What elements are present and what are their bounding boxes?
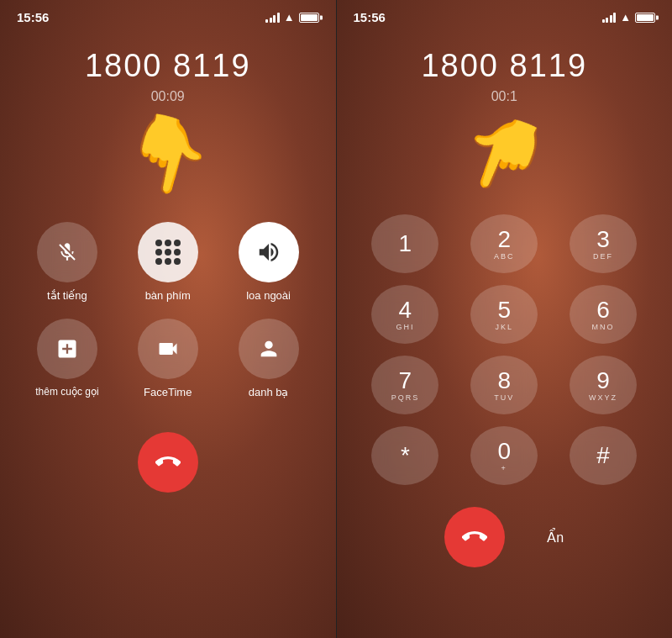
keypad-control[interactable]: bàn phím: [126, 222, 210, 302]
right-time: 15:56: [354, 10, 386, 24]
dial-sub-7: PQRS: [391, 393, 420, 402]
dial-num-0: 0: [497, 439, 511, 465]
dial-sub-2: ABC: [494, 252, 515, 261]
right-wifi-icon: ▲: [620, 11, 631, 24]
keypad-label: bàn phím: [145, 289, 191, 302]
right-call-number: 1800 8119: [337, 48, 673, 84]
dial-key-2[interactable]: 2 ABC: [470, 214, 538, 273]
dial-sub-8: TUV: [494, 393, 514, 402]
dial-key-5[interactable]: 5 JKL: [470, 285, 538, 344]
facetime-control[interactable]: ? FaceTime: [126, 319, 210, 398]
left-phone-screen: 15:56 ▲ 1800 8119 00:09 👇 tắt tiếng: [0, 0, 336, 638]
right-status-bar: 15:56 ▲: [337, 0, 673, 31]
dial-key-*[interactable]: *: [371, 426, 438, 485]
speaker-label: loa ngoài: [246, 289, 291, 302]
dial-num-2: 2: [497, 227, 511, 253]
right-end-call-icon: [462, 525, 487, 550]
dial-sub-5: JKL: [495, 323, 513, 331]
dial-num-3: 3: [596, 227, 610, 253]
mute-circle[interactable]: [37, 222, 97, 282]
left-call-timer: 00:09: [0, 89, 336, 104]
dial-num-6: 6: [596, 298, 610, 324]
speaker-icon: [256, 240, 281, 265]
dial-key-3[interactable]: 3 DEF: [570, 214, 637, 273]
dial-key-7[interactable]: 7 PQRS: [371, 356, 438, 414]
dial-key-6[interactable]: 6 MNO: [570, 285, 637, 344]
dialpad-grid: 1 2 ABC 3 DEF 4 GHI 5 JKL 6 MNO 7 PQRS 8…: [337, 201, 673, 498]
dial-sub-3: DEF: [593, 252, 613, 261]
signal-bars-icon: [265, 13, 280, 23]
facetime-circle[interactable]: ?: [138, 319, 198, 379]
dial-key-9[interactable]: 9 WXYZ: [570, 356, 637, 414]
dial-key-#[interactable]: #: [570, 426, 637, 485]
battery-icon: [299, 13, 319, 23]
right-status-icons: ▲: [602, 11, 655, 24]
left-end-call[interactable]: [0, 432, 336, 493]
speaker-control[interactable]: loa ngoài: [227, 222, 311, 302]
facetime-label: FaceTime: [144, 386, 192, 398]
dial-sub-6: MNO: [592, 323, 615, 331]
right-call-timer: 00:1: [337, 89, 673, 104]
right-end-call-button[interactable]: [444, 507, 505, 567]
plus-icon: [55, 337, 79, 361]
dial-sub-0: +: [501, 464, 507, 472]
mute-control[interactable]: tắt tiếng: [25, 222, 109, 302]
hide-label[interactable]: Ẩn: [547, 530, 564, 546]
speaker-circle[interactable]: [239, 222, 299, 282]
right-phone-screen: 15:56 ▲ 1800 8119 00:1 👇 1 2 ABC 3 DEF 4…: [337, 0, 673, 638]
wifi-icon: ▲: [284, 11, 295, 24]
dial-num-4: 4: [399, 298, 412, 324]
left-hand-pointer-icon: 👇: [114, 103, 222, 207]
dial-sub-4: GHI: [396, 323, 414, 331]
contacts-circle[interactable]: [239, 319, 299, 379]
right-battery-icon: [635, 13, 655, 23]
contacts-control[interactable]: danh bạ: [227, 319, 311, 398]
left-status-icons: ▲: [265, 11, 318, 24]
left-controls-grid: tắt tiếng bàn phím loa ngoài: [0, 205, 336, 415]
contacts-label: danh bạ: [249, 386, 289, 398]
keypad-icon: [155, 240, 181, 265]
dial-key-8[interactable]: 8 TUV: [470, 356, 538, 414]
dial-num-7: 7: [399, 368, 412, 394]
dial-key-4[interactable]: 4 GHI: [371, 285, 438, 344]
facetime-icon: ?: [156, 337, 180, 361]
mute-label: tắt tiếng: [47, 289, 87, 302]
add-call-circle[interactable]: [37, 319, 97, 379]
dial-key-0[interactable]: 0 +: [470, 426, 538, 485]
svg-text:?: ?: [163, 345, 167, 352]
end-call-icon: [155, 450, 181, 475]
dial-num-1: 1: [399, 231, 412, 257]
contacts-icon: [257, 337, 281, 361]
left-end-call-button[interactable]: [138, 432, 198, 493]
left-status-bar: 15:56 ▲: [0, 0, 336, 31]
dial-num-8: 8: [497, 368, 511, 394]
keypad-circle[interactable]: [138, 222, 198, 282]
right-hand-pointer-wrapper: 👇: [337, 113, 673, 197]
dial-num-9: 9: [596, 368, 610, 394]
right-hand-pointer-icon: 👇: [448, 100, 560, 209]
dial-key-1[interactable]: 1: [371, 214, 438, 273]
add-call-control[interactable]: thêm cuộc gọi: [25, 319, 109, 398]
dial-num-*: *: [401, 443, 410, 469]
left-time: 15:56: [17, 10, 49, 24]
add-call-label: thêm cuộc gọi: [35, 386, 98, 398]
right-signal-bars-icon: [602, 13, 617, 23]
right-bottom-bar: Ẩn: [337, 498, 673, 576]
mic-off-icon: [56, 241, 78, 263]
dial-sub-9: WXYZ: [589, 393, 617, 402]
left-call-number: 1800 8119: [0, 48, 336, 84]
dial-num-#: #: [596, 443, 610, 469]
left-hand-pointer-wrapper: 👇: [0, 113, 336, 197]
dial-num-5: 5: [497, 298, 511, 324]
